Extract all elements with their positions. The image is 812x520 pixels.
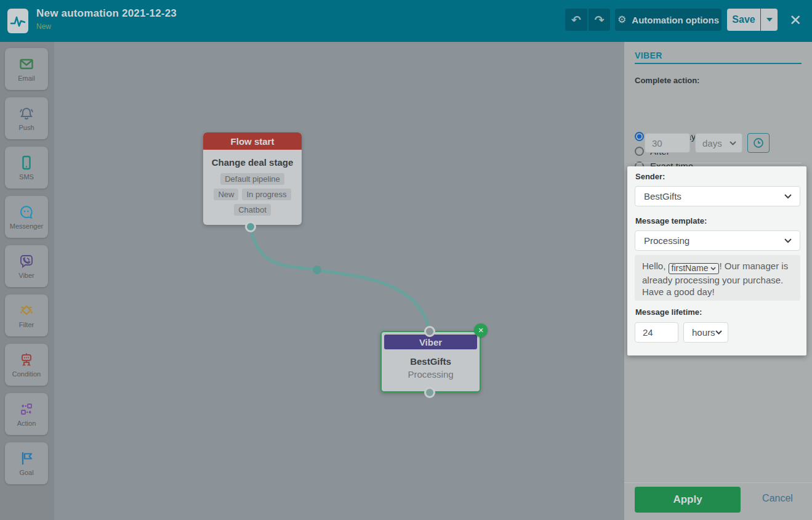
close-icon: ✕ <box>789 12 802 29</box>
apply-button[interactable]: Apply <box>635 487 741 513</box>
sender-section: Sender: BestGifts Message template: Proc… <box>627 166 806 355</box>
undo-icon: ↶ <box>571 14 581 26</box>
push-bell-icon <box>18 105 34 121</box>
message-preview: Hello, firstName! Our manager is already… <box>635 255 800 301</box>
viber-node-sender: BestGifts <box>382 356 480 367</box>
sidebar-item-label: Messenger <box>10 222 43 230</box>
app-logo <box>7 9 28 33</box>
lifetime-unit-value: hours <box>692 327 715 338</box>
chevron-down-icon <box>766 18 773 22</box>
sidebar-item-label: Condition <box>12 370 41 378</box>
automation-options-button[interactable]: ⚙ Automation options <box>615 9 722 31</box>
email-icon <box>18 56 34 72</box>
undo-button[interactable]: ↶ <box>565 9 587 31</box>
delay-unit-select[interactable]: days <box>695 133 742 153</box>
chevron-down-icon <box>784 238 792 243</box>
sidebar-item-label: Action <box>17 420 36 427</box>
delay-value-input[interactable] <box>645 133 690 153</box>
flow-start-tag: Chatbot <box>234 204 271 216</box>
preview-text-before: Hello, <box>642 261 669 271</box>
footer-divider <box>624 482 812 483</box>
exact-time-button[interactable] <box>747 133 770 153</box>
redo-icon: ↷ <box>595 14 605 26</box>
viber-node[interactable]: Viber BestGifts Processing <box>380 331 481 392</box>
viber-icon <box>18 253 34 269</box>
edge-midpoint-handle <box>313 266 321 274</box>
viber-node-delete-button[interactable]: ✕ <box>474 323 488 337</box>
sidebar-item-push[interactable]: Push <box>5 97 48 139</box>
sidebar-item-goal[interactable]: Goal <box>5 442 48 484</box>
save-button[interactable]: Save <box>727 9 760 31</box>
sms-phone-icon <box>18 155 34 171</box>
redo-button[interactable]: ↷ <box>589 9 610 31</box>
settings-panel: VIBER Complete action: Right away After … <box>624 42 812 520</box>
radio-icon <box>635 132 644 141</box>
sidebar-item-email[interactable]: Email <box>5 48 48 90</box>
automation-options-label: Automation options <box>632 15 719 25</box>
filter-icon <box>18 303 34 319</box>
sidebar-item-label: Filter <box>19 321 34 328</box>
clock-icon <box>753 137 764 148</box>
sidebar-item-viber[interactable]: Viber <box>5 245 48 287</box>
chevron-down-icon <box>715 330 722 335</box>
message-template-label: Message template: <box>635 216 707 225</box>
chevron-down-icon <box>730 141 736 145</box>
variable-select[interactable]: firstName <box>669 263 720 274</box>
condition-icon <box>18 352 34 368</box>
close-button[interactable]: ✕ <box>786 11 805 30</box>
viber-node-input-connector[interactable] <box>424 326 435 337</box>
sidebar-item-label: Goal <box>19 469 33 476</box>
lifetime-value-input[interactable] <box>635 322 678 343</box>
flow-start-tag: In progress <box>242 189 291 200</box>
panel-heading: VIBER <box>635 51 662 60</box>
page-title: New automation 2021-12-23 <box>36 7 177 20</box>
message-lifetime-label: Message lifetime: <box>635 307 702 317</box>
message-template-select[interactable]: Processing <box>635 230 800 251</box>
page-subtitle: New <box>36 22 51 31</box>
sidebar-item-condition[interactable]: Condition <box>5 344 48 386</box>
viber-node-output-connector[interactable] <box>424 387 435 398</box>
delete-icon: ✕ <box>478 327 483 335</box>
sidebar-item-sms[interactable]: SMS <box>5 147 48 189</box>
goal-flag-icon <box>18 450 34 466</box>
sidebar-item-filter[interactable]: Filter <box>5 295 48 336</box>
viber-node-template: Processing <box>382 369 480 380</box>
flow-start-output-connector[interactable] <box>245 221 256 232</box>
cancel-button[interactable]: Cancel <box>751 493 804 504</box>
app-header: New automation 2021-12-23 New ↶ ↷ ⚙ Auto… <box>0 0 812 42</box>
save-dropdown-button[interactable] <box>761 9 778 31</box>
lifetime-unit-select[interactable]: hours <box>683 322 728 343</box>
complete-action-label: Complete action: <box>635 76 699 85</box>
pulse-icon <box>10 13 26 29</box>
flow-edge <box>54 42 624 520</box>
sidebar-item-label: Push <box>18 124 34 131</box>
flow-start-node-title: Change deal stage <box>203 157 302 168</box>
sidebar-item-label: Viber <box>18 272 34 279</box>
radio-icon <box>635 147 644 156</box>
flow-start-node[interactable]: Flow start Change deal stage Default pip… <box>203 132 302 225</box>
sender-select[interactable]: BestGifts <box>635 186 800 206</box>
chevron-down-icon <box>710 267 716 270</box>
message-template-value: Processing <box>644 235 689 246</box>
sender-value: BestGifts <box>644 191 681 201</box>
toolbox-sidebar: Email Push SMS Messenger Viber <box>0 42 54 520</box>
chevron-down-icon <box>784 194 792 199</box>
variable-value: firstName <box>672 262 709 275</box>
flow-start-node-header: Flow start <box>203 132 302 150</box>
messenger-icon <box>18 204 34 220</box>
gear-icon: ⚙ <box>617 15 626 25</box>
panel-heading-underline <box>635 63 802 64</box>
flow-start-tag: Default pipeline <box>220 173 284 185</box>
sidebar-item-action[interactable]: Action <box>5 393 48 435</box>
sidebar-item-messenger[interactable]: Messenger <box>5 196 48 238</box>
flow-canvas[interactable]: Flow start Change deal stage Default pip… <box>54 42 624 520</box>
flow-start-tag: New <box>214 189 238 200</box>
delay-unit-value: days <box>702 138 722 148</box>
section-divider <box>635 163 802 163</box>
action-icon <box>18 401 34 417</box>
sender-label: Sender: <box>635 172 665 181</box>
sidebar-item-label: Email <box>18 75 35 82</box>
sidebar-item-label: SMS <box>19 173 34 181</box>
